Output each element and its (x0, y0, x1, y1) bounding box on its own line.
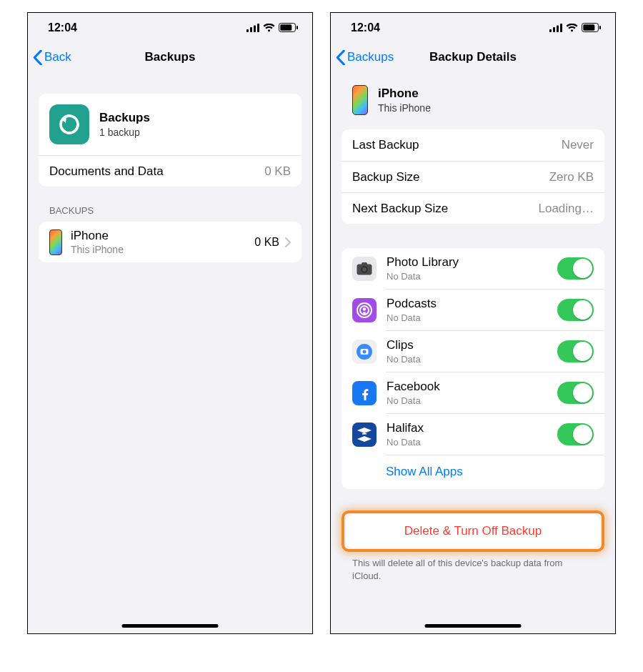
svg-text:HALIFAX: HALIFAX (360, 434, 369, 437)
delete-footer-note: This will delete all of this device's ba… (352, 557, 594, 582)
next-backup-size-row: Next Backup Size Loading… (342, 192, 604, 224)
device-title: iPhone (378, 87, 431, 101)
row-label: Backup Size (352, 170, 420, 184)
chevron-left-icon (336, 50, 345, 65)
app-toggle[interactable] (557, 382, 594, 404)
device-header: iPhone This iPhone (342, 72, 604, 119)
svg-rect-5 (280, 24, 291, 30)
row-label: Next Backup Size (352, 202, 448, 216)
svg-rect-11 (560, 24, 562, 32)
page-title: Backup Details (429, 50, 517, 64)
svg-rect-6 (296, 26, 298, 29)
home-indicator[interactable] (425, 624, 522, 628)
battery-icon (582, 23, 601, 32)
delete-backup-button[interactable]: Delete & Turn Off Backup (346, 515, 600, 548)
app-toggle-row: FacebookNo Data (342, 372, 604, 413)
backup-item-title: iPhone (71, 229, 254, 243)
svg-rect-13 (583, 24, 594, 30)
battery-icon (279, 23, 298, 32)
app-toggle-row: PodcastsNo Data (342, 290, 604, 330)
status-time: 12:04 (48, 21, 77, 34)
delete-button-label: Delete & Turn Off Backup (404, 524, 542, 538)
device-subtitle: This iPhone (378, 102, 431, 114)
iphone-icon (49, 229, 62, 255)
app-toggle[interactable] (557, 423, 594, 445)
home-indicator[interactable] (122, 624, 219, 628)
phone-screen-backups: 12:04 Back Backups Backups 1 backup (27, 12, 313, 634)
wifi-icon (566, 24, 578, 32)
app-toggle[interactable] (557, 299, 594, 321)
back-button[interactable]: Back (33, 50, 71, 65)
backup-size-row: Backup Size Zero KB (342, 161, 604, 192)
iphone-icon (352, 85, 368, 115)
app-toggle-row: ClipsNo Data (342, 331, 604, 372)
row-value: Zero KB (549, 170, 594, 184)
app-toggle[interactable] (557, 340, 594, 362)
clips-icon (352, 340, 377, 364)
backup-info-card: Last Backup Never Backup Size Zero KB Ne… (342, 129, 604, 224)
cellular-icon (549, 24, 562, 32)
chevron-left-icon (33, 50, 42, 65)
svg-point-18 (362, 267, 367, 272)
documents-and-data-row[interactable]: Documents and Data 0 KB (39, 155, 301, 187)
last-backup-row: Last Backup Never (342, 129, 604, 161)
status-icons (549, 23, 601, 32)
svg-rect-8 (549, 29, 552, 32)
nav-bar: Backups Backup Details (331, 42, 615, 72)
svg-rect-14 (599, 26, 601, 29)
backups-list-card: iPhone This iPhone 0 KB (39, 222, 301, 262)
backups-icon (49, 104, 89, 144)
backups-title: Backups (99, 111, 150, 125)
svg-rect-1 (250, 27, 252, 32)
app-toggle[interactable] (557, 257, 594, 280)
svg-rect-0 (246, 29, 249, 32)
app-name: Halifax (387, 421, 557, 435)
status-bar: 12:04 (331, 13, 615, 42)
app-sub: No Data (387, 354, 557, 365)
wifi-icon (263, 24, 275, 32)
app-name: Clips (387, 338, 557, 352)
back-label: Backups (347, 50, 394, 64)
app-sub: No Data (387, 312, 557, 323)
app-name: Photo Library (387, 255, 557, 270)
show-all-apps-button[interactable]: Show All Apps (342, 455, 604, 489)
app-name: Facebook (387, 380, 557, 394)
svg-point-21 (363, 307, 366, 310)
app-sub: No Data (387, 437, 557, 448)
photos-icon (352, 257, 377, 281)
documents-label: Documents and Data (49, 164, 164, 179)
facebook-icon (352, 381, 377, 405)
status-bar: 12:04 (28, 13, 312, 42)
backups-section-label: BACKUPS (49, 205, 301, 216)
svg-point-24 (363, 350, 367, 353)
status-icons (246, 23, 298, 32)
status-time: 12:04 (351, 21, 380, 34)
svg-rect-3 (257, 24, 259, 32)
page-title: Backups (145, 50, 196, 64)
apps-card: Photo LibraryNo DataPodcastsNo DataClips… (342, 248, 604, 489)
app-sub: No Data (387, 271, 557, 282)
back-label: Back (44, 50, 71, 64)
backups-subtitle: 1 backup (99, 127, 150, 138)
backup-item-size: 0 KB (254, 236, 279, 249)
phone-screen-backup-details: 12:04 Backups Backup Details iPhone This… (330, 12, 616, 634)
documents-value: 0 KB (264, 164, 291, 179)
app-toggle-row: Photo LibraryNo Data (342, 248, 604, 289)
row-label: Last Backup (352, 138, 419, 152)
back-button[interactable]: Backups (336, 50, 394, 65)
svg-rect-10 (557, 25, 559, 32)
row-value: Loading… (538, 202, 594, 216)
app-name: Podcasts (387, 297, 557, 311)
backup-item-subtitle: This iPhone (71, 244, 254, 255)
halifax-icon: HALIFAX (352, 423, 377, 447)
nav-bar: Back Backups (28, 42, 312, 72)
cellular-icon (246, 24, 259, 32)
tutorial-highlight: Delete & Turn Off Backup (342, 510, 604, 552)
backup-list-item[interactable]: iPhone This iPhone 0 KB (39, 222, 301, 262)
backups-header-row[interactable]: Backups 1 backup (39, 94, 301, 155)
backups-summary-card: Backups 1 backup Documents and Data 0 KB (39, 94, 301, 187)
app-toggle-row: HALIFAXHalifaxNo Data (342, 414, 604, 455)
svg-rect-9 (553, 27, 555, 32)
svg-rect-16 (362, 262, 367, 265)
svg-rect-2 (254, 25, 256, 32)
